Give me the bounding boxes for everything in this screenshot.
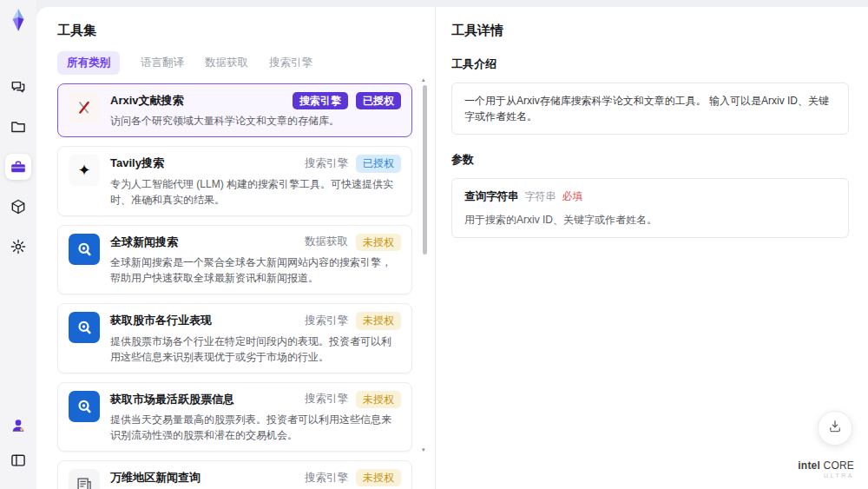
tool-desc: 专为人工智能代理 (LLM) 构建的搜索引擎工具。可快速提供实时、准确和真实的结… [110, 176, 401, 208]
intro-heading: 工具介绍 [451, 56, 849, 72]
tool-name: 万维地区新闻查询 [110, 469, 201, 486]
param-name: 查询字符串 [464, 188, 519, 205]
category-label: 数据获取 [305, 235, 348, 249]
cube-icon[interactable] [5, 194, 31, 220]
folder-icon[interactable] [5, 114, 31, 140]
intel-core-logo: intel CORE ULTRA [798, 459, 854, 479]
tab-2[interactable]: 数据获取 [205, 51, 248, 75]
tavily-icon: ✦ [69, 155, 100, 186]
download-icon [827, 419, 843, 438]
tool-card-body: 获取市场最活跃股票信息搜索引擎未授权提供当天交易量最高的股票列表。投资者可以利用… [110, 391, 401, 443]
search-blue-icon [69, 312, 100, 343]
brand-tier-text: ULTRA [798, 472, 854, 479]
param-name-row: 查询字符串 字符串 必填 [464, 188, 836, 205]
param-box: 查询字符串 字符串 必填 用于搜索的Arxiv ID、关键字或作者姓名。 [451, 178, 849, 238]
tool-card[interactable]: ✦Tavily搜索搜索引擎已授权专为人工智能代理 (LLM) 构建的搜索引擎工具… [57, 146, 412, 215]
arxiv-icon [69, 92, 100, 123]
tool-tags: 搜索引擎已授权 [293, 92, 401, 109]
gem-logo-icon [7, 8, 30, 32]
scrollbar[interactable]: ▴ ▾ [423, 78, 427, 484]
tab-3[interactable]: 搜索引擎 [269, 51, 312, 75]
tool-name: Tavily搜索 [110, 155, 164, 171]
auth-badge: 已授权 [356, 92, 401, 109]
tool-name: Arxiv文献搜索 [110, 92, 184, 109]
tool-card-body: Arxiv文献搜索搜索引擎已授权访问各个研究领域大量科学论文和文章的存储库。 [110, 92, 401, 129]
scroll-up-icon[interactable]: ▴ [422, 76, 425, 83]
scroll-down-icon[interactable]: ▾ [422, 446, 425, 453]
tool-card[interactable]: Arxiv文献搜索搜索引擎已授权访问各个研究领域大量科学论文和文章的存储库。 [57, 83, 412, 137]
tab-0[interactable]: 所有类别 [57, 51, 120, 75]
tool-tags: 搜索引擎已授权 [305, 155, 401, 172]
category-badge: 搜索引擎 [293, 92, 348, 109]
tab-1[interactable]: 语言翻译 [141, 51, 184, 75]
tool-name: 获取市场最活跃股票信息 [110, 391, 234, 407]
tool-tags: 数据获取未授权 [305, 234, 401, 251]
auth-badge: 未授权 [356, 234, 401, 251]
user-icon[interactable] [5, 413, 31, 439]
rail-bottom-icons [5, 413, 31, 473]
tool-tags: 搜索引擎未授权 [305, 312, 401, 329]
page-title: 工具集 [57, 23, 435, 39]
toolbox-icon[interactable] [5, 154, 31, 180]
chat-icon[interactable] [5, 74, 31, 100]
intro-box: 一个用于从Arxiv存储库搜索科学论文和文章的工具。 输入可以是Arxiv ID… [451, 83, 849, 135]
param-desc: 用于搜索的Arxiv ID、关键字或作者姓名。 [464, 212, 836, 228]
tool-name: 获取股市各行业表现 [110, 312, 212, 328]
tool-tags: 搜索引擎未授权 [305, 469, 401, 486]
tool-tags: 搜索引擎未授权 [305, 391, 401, 408]
tool-card-body: 获取股市各行业表现搜索引擎未授权提供股票市场各个行业在特定时间段内的表现。投资者… [110, 312, 401, 364]
detail-title: 工具详情 [451, 23, 849, 39]
tool-card[interactable]: 获取市场最活跃股票信息搜索引擎未授权提供当天交易量最高的股票列表。投资者可以利用… [57, 382, 412, 452]
tool-detail-pane: 工具详情 工具介绍 一个用于从Arxiv存储库搜索科学论文和文章的工具。 输入可… [436, 7, 868, 489]
search-blue-icon [69, 391, 100, 422]
tool-desc: 全球新闻搜索是一个聚合全球各大新闻网站内容的搜索引擎，帮助用户快速获取全球最新资… [110, 254, 401, 286]
params-heading: 参数 [451, 152, 849, 168]
auth-badge: 未授权 [356, 312, 401, 329]
download-button[interactable] [818, 411, 852, 446]
tool-card[interactable]: 获取股市各行业表现搜索引擎未授权提供股票市场各个行业在特定时间段内的表现。投资者… [57, 303, 412, 373]
category-tabs: 所有类别语言翻译数据获取搜索引擎 [57, 51, 435, 75]
tool-desc: 访问各个研究领域大量科学论文和文章的存储库。 [110, 113, 401, 129]
tool-card[interactable]: 全球新闻搜索数据获取未授权全球新闻搜索是一个聚合全球各大新闻网站内容的搜索引擎，… [57, 225, 412, 294]
auth-badge: 已授权 [356, 155, 401, 172]
tool-list-pane: 工具集 所有类别语言翻译数据获取搜索引擎 Arxiv文献搜索搜索引擎已授权访问各… [36, 7, 436, 489]
category-label: 搜索引擎 [305, 156, 348, 171]
tool-card-body: Tavily搜索搜索引擎已授权专为人工智能代理 (LLM) 构建的搜索引擎工具。… [110, 155, 401, 207]
auth-badge: 未授权 [356, 391, 401, 408]
category-label: 搜索引擎 [305, 314, 348, 328]
search-blue-icon [69, 234, 100, 265]
brand-text: intel CORE [798, 459, 854, 472]
gear-icon[interactable] [5, 234, 31, 260]
tool-card-body: 万维地区新闻查询搜索引擎未授权查询具体行政区划内的新闻，快速了解各地新闻动 [110, 469, 401, 489]
auth-badge: 未授权 [356, 469, 401, 486]
tool-card-body: 全球新闻搜索数据获取未授权全球新闻搜索是一个聚合全球各大新闻网站内容的搜索引擎，… [110, 234, 401, 286]
tool-desc: 提供当天交易量最高的股票列表。投资者可以利用这些信息来识别流动性强的股票和潜在的… [110, 412, 401, 443]
tool-desc: 提供股票市场各个行业在特定时间段内的表现。投资者可以利用这些信息来识别表现优于或… [110, 334, 401, 365]
main-surface: 工具集 所有类别语言翻译数据获取搜索引擎 Arxiv文献搜索搜索引擎已授权访问各… [36, 7, 868, 489]
tool-list: Arxiv文献搜索搜索引擎已授权访问各个研究领域大量科学论文和文章的存储库。✦T… [57, 83, 435, 489]
rail-top-icons [5, 74, 31, 260]
category-label: 搜索引擎 [305, 471, 348, 486]
news-icon [69, 469, 100, 489]
scrollbar-thumb[interactable] [423, 85, 427, 254]
left-rail [0, 0, 36, 489]
panel-toggle-icon[interactable] [5, 447, 31, 473]
tool-card[interactable]: 万维地区新闻查询搜索引擎未授权查询具体行政区划内的新闻，快速了解各地新闻动 [57, 460, 412, 489]
category-label: 搜索引擎 [305, 392, 348, 406]
param-required-badge: 必填 [562, 188, 583, 204]
param-type: 字符串 [525, 188, 556, 204]
tool-name: 全球新闻搜索 [110, 234, 178, 250]
